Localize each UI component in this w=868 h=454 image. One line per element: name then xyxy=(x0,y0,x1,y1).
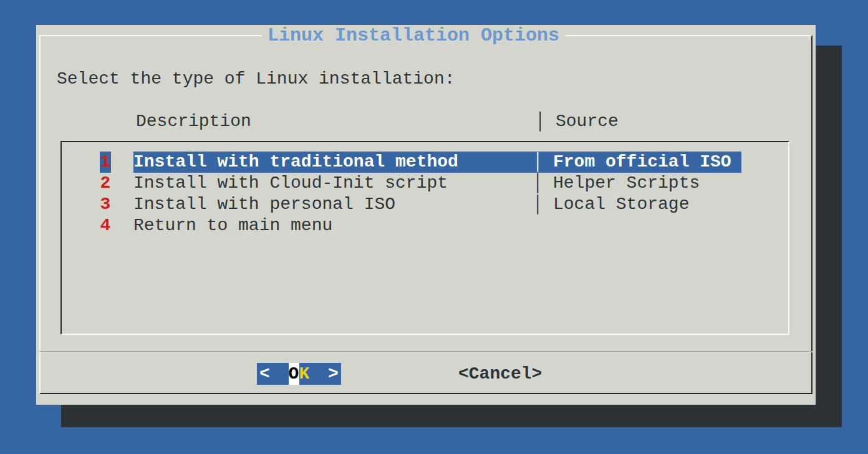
menu-item-separator xyxy=(533,215,553,236)
ok-button[interactable]: < O K > xyxy=(257,363,341,385)
menu-item-description: Return to main menu xyxy=(133,215,533,236)
menu-item-description: Install with traditional method xyxy=(133,152,533,173)
menu-item-separator: │ xyxy=(533,152,553,173)
ok-spacer xyxy=(270,363,289,385)
ok-close-bracket: > xyxy=(328,363,339,385)
tag-gap xyxy=(111,152,133,173)
column-header-row: Description │ Source xyxy=(36,111,619,132)
menu-item-text: Install with Cloud-Init script │ Helper … xyxy=(133,173,710,194)
column-separator: │ xyxy=(535,111,556,132)
menu-item-source: Helper Scripts xyxy=(553,173,700,194)
menu-item-install-personal-iso[interactable]: 3 Install with personal ISO │ Local Stor… xyxy=(62,194,788,215)
menu-item-text: Return to main menu xyxy=(133,215,563,236)
tag-gap xyxy=(111,194,133,215)
menu-item-separator: │ xyxy=(533,194,553,215)
menu-item-return-main-menu[interactable]: 4 Return to main menu xyxy=(62,215,788,236)
menu-item-install-cloud-init[interactable]: 2 Install with Cloud-Init script │ Helpe… xyxy=(62,173,788,194)
tag-gap xyxy=(111,173,133,194)
menu-item-source: From official ISO xyxy=(553,152,731,173)
ok-hotkey-char: K xyxy=(299,363,310,385)
menu-item-tag: 3 xyxy=(100,194,111,215)
menu-item-tag: 4 xyxy=(100,215,111,236)
desktop-background: { "dialog": { "title": "Linux Installati… xyxy=(0,0,868,454)
column-header-description: Description xyxy=(136,111,535,132)
menu-listbox[interactable]: 1 Install with traditional method │ From… xyxy=(60,141,789,335)
menu-item-tag: 2 xyxy=(100,173,111,194)
menu-item-tag: 1 xyxy=(100,152,111,173)
linux-installation-options-dialog: Linux Installation Options Select the ty… xyxy=(36,25,816,405)
button-area-separator xyxy=(39,351,813,352)
column-header-source: Source xyxy=(556,111,619,132)
menu-item-install-traditional[interactable]: 1 Install with traditional method │ From… xyxy=(62,152,788,173)
ok-cursor-char: O xyxy=(289,363,299,385)
prompt-text: Select the type of Linux installation: xyxy=(57,69,455,90)
tag-gap xyxy=(111,215,133,236)
dialog-title: Linux Installation Options xyxy=(262,26,565,46)
menu-item-separator: │ xyxy=(533,173,553,194)
cancel-button[interactable]: <Cancel> xyxy=(458,363,542,385)
menu-item-description: Install with Cloud-Init script xyxy=(133,173,533,194)
menu-item-source: Local Storage xyxy=(553,194,689,215)
menu-item-text: Install with traditional method │ From o… xyxy=(133,152,741,173)
menu-item-description: Install with personal ISO xyxy=(133,194,533,215)
ok-open-bracket: < xyxy=(259,363,270,385)
menu-item-text: Install with personal ISO │ Local Storag… xyxy=(133,194,699,215)
ok-spacer xyxy=(310,363,329,385)
